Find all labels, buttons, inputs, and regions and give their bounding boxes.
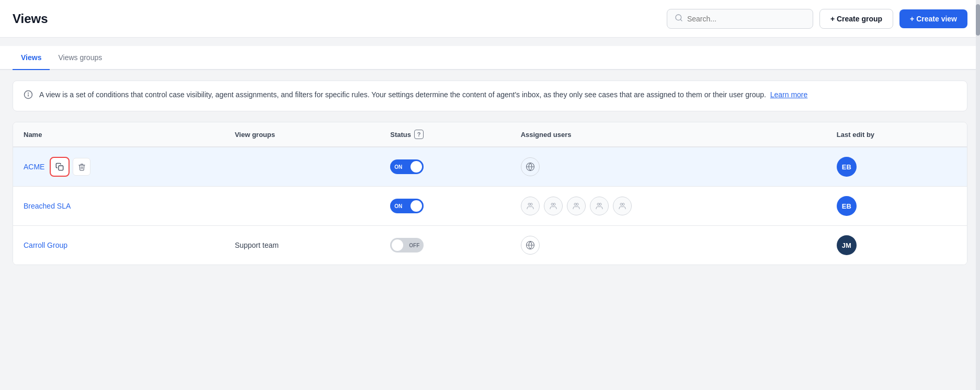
cell-assigned-carroll [510, 226, 826, 265]
main-content: Views Views groups A view is a set of co… [0, 38, 980, 273]
svg-point-17 [622, 203, 624, 205]
table-row: Breached SLA [13, 187, 967, 226]
avatar-eb-breached-sla: EB [837, 196, 857, 216]
status-help-icon[interactable]: ? [414, 130, 424, 139]
delete-button-acme[interactable] [73, 158, 90, 176]
cell-last-edit-acme: EB [826, 147, 967, 187]
table-row: Carroll Group Support team [13, 226, 967, 265]
info-icon [24, 90, 33, 102]
svg-point-12 [574, 203, 576, 205]
tab-views-groups[interactable]: Views groups [50, 46, 110, 70]
svg-point-11 [553, 203, 555, 205]
cell-status-acme [380, 147, 510, 187]
svg-point-8 [528, 203, 530, 205]
header-actions: + Create group + Create view [667, 9, 967, 29]
col-header-name: Name [13, 122, 224, 147]
toggle-on-breached-sla[interactable] [390, 199, 424, 213]
search-input[interactable] [687, 15, 805, 23]
cell-view-groups-breached-sla [224, 187, 380, 226]
table-row: ACME [13, 147, 967, 187]
col-header-last-edit: Last edit by [826, 122, 967, 147]
avatar-eb-acme: EB [837, 157, 857, 177]
svg-point-9 [530, 203, 532, 205]
globe-icon-acme [521, 157, 540, 176]
tab-views[interactable]: Views [13, 46, 50, 70]
cell-last-edit-breached-sla: EB [826, 187, 967, 226]
cell-name: Carroll Group [13, 226, 224, 265]
copy-button-acme[interactable] [50, 157, 70, 177]
user-icon-5 [613, 197, 632, 215]
svg-point-16 [620, 203, 622, 205]
cell-view-groups-carroll: Support team [224, 226, 380, 265]
scrollbar-thumb[interactable] [976, 4, 980, 36]
header: Views + Create group + Create view [0, 0, 980, 38]
svg-point-15 [599, 203, 601, 205]
svg-point-13 [576, 203, 578, 205]
view-link-acme[interactable]: ACME [24, 163, 44, 171]
cell-status-carroll [380, 226, 510, 265]
cell-view-groups-acme [224, 147, 380, 187]
user-icon-2 [544, 197, 563, 215]
tabs: Views Views groups [0, 46, 980, 70]
info-banner: A view is a set of conditions that contr… [13, 81, 967, 111]
create-group-button[interactable]: + Create group [819, 9, 893, 29]
cell-assigned-breached-sla [510, 187, 826, 226]
svg-line-1 [680, 19, 682, 21]
cell-status-breached-sla [380, 187, 510, 226]
scrollbar[interactable] [976, 0, 980, 390]
cell-name: Breached SLA [13, 187, 224, 226]
search-box[interactable] [667, 9, 813, 29]
svg-point-14 [597, 203, 599, 205]
cell-assigned-acme [510, 147, 826, 187]
user-icon-3 [567, 197, 586, 215]
view-link-carroll-group[interactable]: Carroll Group [24, 241, 67, 249]
avatar-jm-carroll: JM [837, 235, 857, 255]
page-wrapper: Views + Create group + Create view Views… [0, 0, 980, 390]
cell-last-edit-carroll: JM [826, 226, 967, 265]
col-header-assigned-users: Assigned users [510, 122, 826, 147]
info-text: A view is a set of conditions that contr… [39, 89, 807, 100]
view-link-breached-sla[interactable]: Breached SLA [24, 202, 71, 210]
page-title: Views [13, 12, 48, 26]
table-container: Name View groups Status ? Assigned users… [13, 122, 967, 265]
toggle-on-acme[interactable] [390, 159, 424, 174]
user-icon-4 [590, 197, 609, 215]
cell-name: ACME [13, 147, 224, 187]
table-header-row: Name View groups Status ? Assigned users… [13, 122, 967, 147]
globe-icon-carroll [521, 236, 540, 255]
toggle-off-carroll[interactable] [390, 238, 424, 253]
svg-point-10 [551, 203, 553, 205]
col-header-status: Status ? [380, 122, 510, 147]
learn-more-link[interactable]: Learn more [770, 90, 808, 99]
col-header-view-groups: View groups [224, 122, 380, 147]
svg-rect-5 [59, 166, 63, 170]
search-icon [675, 14, 683, 24]
user-icon-1 [521, 197, 540, 215]
create-view-button[interactable]: + Create view [899, 9, 967, 28]
row-actions-acme [50, 157, 90, 177]
views-table: Name View groups Status ? Assigned users… [13, 122, 967, 265]
